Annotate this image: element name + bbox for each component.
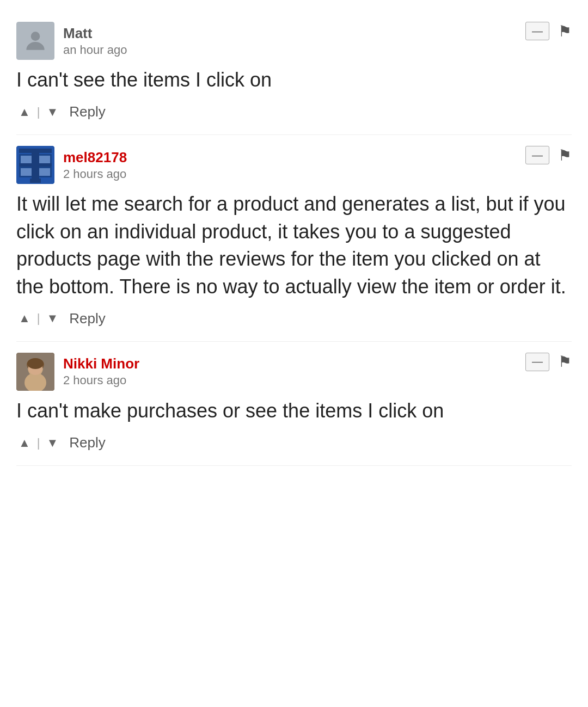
person-icon bbox=[22, 27, 49, 54]
reply-button-nikki[interactable]: Reply bbox=[65, 433, 109, 452]
username-mel: mel82178 bbox=[63, 149, 127, 166]
comment-header-left-mel: mel82178 2 hours ago bbox=[16, 146, 127, 184]
avatar-nikki-svg bbox=[16, 353, 54, 391]
avatar-mel-svg bbox=[16, 146, 54, 184]
reply-button-matt[interactable]: Reply bbox=[65, 102, 109, 121]
minus-button-matt[interactable]: — bbox=[525, 22, 549, 40]
user-info-mel: mel82178 2 hours ago bbox=[63, 149, 127, 181]
svg-point-19 bbox=[27, 358, 44, 369]
comment-mel: mel82178 2 hours ago — ⚑ It will let me … bbox=[16, 135, 572, 342]
svg-rect-13 bbox=[30, 179, 41, 183]
vote-divider-mel: | bbox=[37, 311, 40, 325]
avatar-default-matt bbox=[16, 22, 54, 60]
upvote-button-nikki[interactable]: ▲ bbox=[16, 435, 33, 451]
svg-rect-9 bbox=[21, 168, 33, 176]
comment-header-nikki: Nikki Minor 2 hours ago — ⚑ bbox=[16, 353, 572, 391]
comment-actions-right-nikki: — ⚑ bbox=[525, 353, 572, 371]
comment-actions-right-mel: — ⚑ bbox=[525, 146, 572, 164]
svg-rect-12 bbox=[19, 163, 52, 167]
reply-button-mel[interactable]: Reply bbox=[65, 309, 109, 328]
svg-rect-7 bbox=[21, 156, 33, 163]
upvote-button-matt[interactable]: ▲ bbox=[16, 104, 33, 120]
comment-section: Matt an hour ago — ⚑ I can't see the ite… bbox=[0, 0, 588, 477]
vote-divider-nikki: | bbox=[37, 436, 40, 450]
comment-header-left-matt: Matt an hour ago bbox=[16, 22, 127, 60]
flag-icon-nikki[interactable]: ⚑ bbox=[558, 353, 572, 371]
minus-button-nikki[interactable]: — bbox=[525, 353, 549, 371]
svg-rect-10 bbox=[38, 168, 50, 176]
comment-body-nikki: I can't make purchases or see the items … bbox=[16, 397, 572, 425]
vote-row-nikki: ▲ | ▼ Reply bbox=[16, 433, 572, 460]
downvote-button-mel[interactable]: ▼ bbox=[45, 310, 61, 327]
svg-rect-8 bbox=[38, 156, 50, 163]
timestamp-mel: 2 hours ago bbox=[63, 167, 127, 181]
comment-header-left-nikki: Nikki Minor 2 hours ago bbox=[16, 353, 139, 391]
username-nikki: Nikki Minor bbox=[63, 355, 139, 372]
vote-row-matt: ▲ | ▼ Reply bbox=[16, 102, 572, 129]
user-info-nikki: Nikki Minor 2 hours ago bbox=[63, 355, 139, 388]
comment-matt: Matt an hour ago — ⚑ I can't see the ite… bbox=[16, 11, 572, 135]
comment-body-matt: I can't see the items I click on bbox=[16, 66, 572, 94]
comment-header-mel: mel82178 2 hours ago — ⚑ bbox=[16, 146, 572, 184]
timestamp-matt: an hour ago bbox=[63, 43, 127, 57]
vote-divider-matt: | bbox=[37, 105, 40, 119]
flag-icon-mel[interactable]: ⚑ bbox=[558, 146, 572, 164]
comment-body-mel: It will let me search for a product and … bbox=[16, 190, 572, 300]
avatar-nikki bbox=[16, 353, 54, 391]
minus-button-mel[interactable]: — bbox=[525, 146, 549, 164]
downvote-button-matt[interactable]: ▼ bbox=[45, 104, 61, 120]
comment-nikki: Nikki Minor 2 hours ago — ⚑ I can't make… bbox=[16, 342, 572, 466]
avatar-mel bbox=[16, 146, 54, 184]
comment-actions-right-matt: — ⚑ bbox=[525, 22, 572, 40]
vote-row-mel: ▲ | ▼ Reply bbox=[16, 309, 572, 336]
user-info-matt: Matt an hour ago bbox=[63, 25, 127, 57]
upvote-button-mel[interactable]: ▲ bbox=[16, 310, 33, 327]
avatar-mel-img bbox=[16, 146, 54, 184]
flag-icon-matt[interactable]: ⚑ bbox=[558, 22, 572, 40]
username-matt: Matt bbox=[63, 25, 127, 42]
avatar-matt bbox=[16, 22, 54, 60]
comment-header-matt: Matt an hour ago — ⚑ bbox=[16, 22, 572, 60]
timestamp-nikki: 2 hours ago bbox=[63, 373, 139, 388]
svg-point-0 bbox=[31, 32, 40, 41]
downvote-button-nikki[interactable]: ▼ bbox=[45, 435, 61, 451]
avatar-nikki-img bbox=[16, 353, 54, 391]
